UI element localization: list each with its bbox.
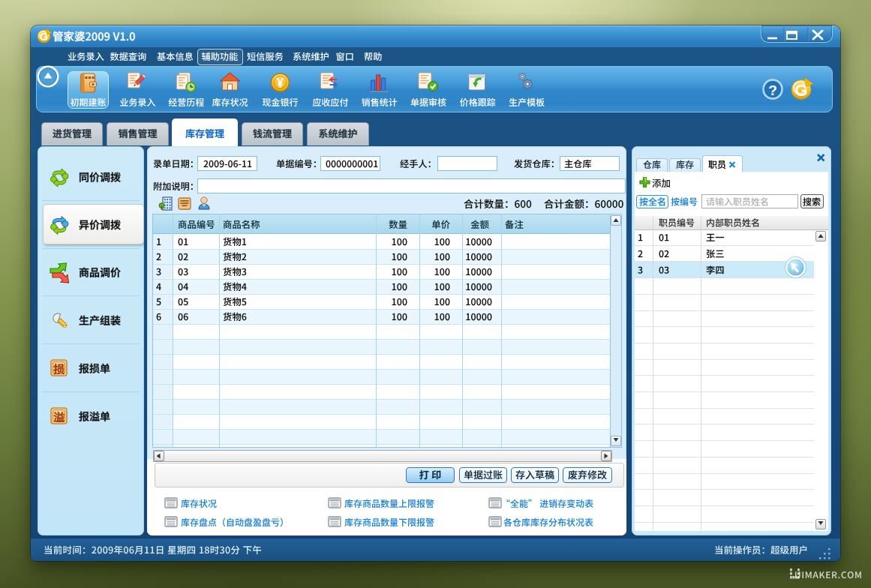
svg-text:?: ? xyxy=(768,82,777,98)
